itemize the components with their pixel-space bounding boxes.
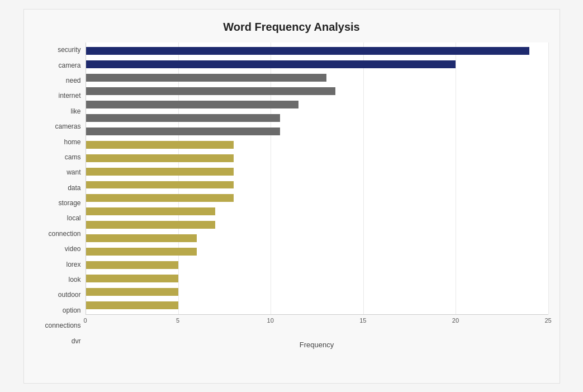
grid-line — [548, 42, 549, 314]
bar-row — [86, 191, 548, 205]
bar-row — [86, 258, 548, 272]
bar-row — [86, 71, 548, 84]
bar — [86, 181, 234, 189]
y-label: storage — [58, 200, 80, 206]
y-axis: securitycameraneedinternetlikecamerashom… — [35, 42, 86, 349]
y-label: like — [70, 108, 80, 115]
bar-row — [86, 285, 548, 299]
bar-row — [86, 98, 548, 111]
bar-row — [86, 299, 548, 312]
x-tick-label: 25 — [544, 317, 551, 324]
bar-row — [86, 138, 548, 152]
grid-and-bars — [86, 42, 548, 315]
bar — [86, 154, 234, 162]
y-label: data — [68, 185, 80, 191]
y-label: security — [58, 46, 80, 53]
plot-area: 0510152025 Frequency — [86, 42, 548, 349]
bar — [86, 60, 456, 68]
y-label: internet — [58, 92, 80, 99]
bar — [86, 127, 280, 135]
bar-row — [86, 45, 548, 58]
y-label: connection — [48, 230, 80, 237]
bar-row — [86, 84, 548, 98]
y-label: option — [63, 307, 81, 314]
x-tick-label: 5 — [176, 317, 179, 324]
bar — [86, 221, 216, 229]
bar — [86, 234, 197, 242]
bar — [86, 47, 530, 55]
y-label: look — [68, 276, 80, 283]
y-label: local — [67, 215, 81, 221]
y-label: camera — [58, 62, 80, 69]
y-label: dvr — [72, 338, 81, 344]
y-label: video — [65, 245, 81, 252]
chart-title: Word Frequency Analysis — [35, 21, 548, 34]
x-tick-label: 10 — [267, 317, 274, 324]
y-label: outdoor — [58, 291, 81, 298]
bar — [86, 141, 234, 149]
y-label: cams — [65, 154, 81, 160]
bar — [86, 275, 178, 282]
bar-row — [86, 272, 548, 285]
bar-row — [86, 58, 548, 71]
x-tick-label: 15 — [359, 317, 366, 324]
bar — [86, 74, 326, 82]
bar-row — [86, 245, 548, 258]
y-label: lorex — [66, 261, 80, 268]
chart-area: securitycameraneedinternetlikecamerashom… — [35, 42, 548, 349]
bar-row — [86, 165, 548, 178]
bar — [86, 101, 298, 108]
x-tick-label: 0 — [83, 317, 87, 324]
y-label: connections — [45, 322, 80, 329]
bar-row — [86, 152, 548, 165]
bar-row — [86, 218, 548, 232]
bar — [86, 301, 178, 309]
bar — [86, 194, 234, 202]
bar-row — [86, 178, 548, 192]
bar-row — [86, 232, 548, 245]
bar — [86, 288, 178, 296]
bar-row — [86, 205, 548, 218]
x-axis-title: Frequency — [86, 341, 548, 349]
y-label: want — [67, 169, 80, 176]
y-label: cameras — [55, 123, 80, 130]
y-label: home — [64, 139, 80, 145]
bar — [86, 248, 197, 256]
bar — [86, 168, 234, 176]
bar — [86, 261, 178, 269]
y-label: need — [66, 77, 81, 84]
bar-row — [86, 111, 548, 125]
bar — [86, 114, 280, 122]
chart-container: Word Frequency Analysis securitycamerane… — [23, 9, 560, 384]
x-tick-label: 20 — [452, 317, 459, 324]
bar — [86, 87, 336, 95]
bar — [86, 207, 216, 215]
bar-row — [86, 125, 548, 138]
